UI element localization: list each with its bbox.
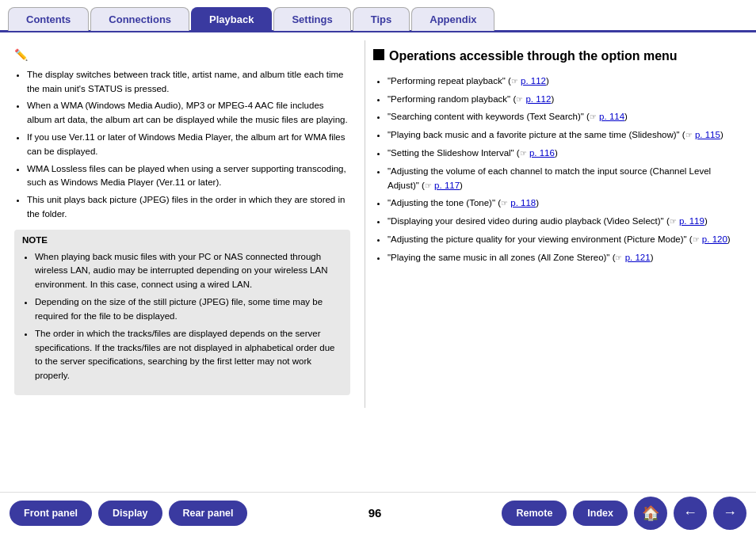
remote-button[interactable]: Remote — [502, 501, 567, 526]
ref-link[interactable]: p. 119 — [679, 216, 704, 226]
back-icon: ← — [683, 504, 697, 521]
list-item: When a WMA (Windows Media Audio), MP3 or… — [27, 99, 350, 128]
ref-icon: ☞ — [511, 77, 518, 86]
ref-icon: ☞ — [615, 253, 622, 262]
main-bullet-list: The display switches between track title… — [14, 68, 350, 222]
display-button[interactable]: Display — [98, 501, 162, 526]
left-column: ✏️ The display switches between track ti… — [0, 40, 365, 408]
forward-icon: → — [723, 504, 737, 521]
list-item: The display switches between track title… — [27, 68, 350, 97]
item-text: "Adjusting the tone (Tone)" — [388, 198, 495, 207]
list-item: "Performing random playback" (☞ p. 112) — [388, 93, 742, 107]
ref-link[interactable]: p. 120 — [702, 234, 727, 244]
front-panel-button[interactable]: Front panel — [10, 501, 92, 526]
list-item: This unit plays back picture (JPEG) file… — [27, 193, 350, 222]
ref-link[interactable]: p. 115 — [695, 130, 720, 139]
item-text: "Playing the same music in all zones (Al… — [388, 253, 609, 262]
tab-settings[interactable]: Settings — [273, 7, 350, 31]
note-title: NOTE — [22, 234, 342, 248]
ref-icon: ☞ — [516, 95, 523, 104]
list-item: "Playing the same music in all zones (Al… — [388, 251, 742, 265]
list-item: "Adjusting the volume of each channel to… — [388, 165, 742, 193]
note-box: NOTE When playing back music files with … — [14, 230, 350, 395]
ref-link[interactable]: p. 116 — [529, 148, 555, 158]
ref-link[interactable]: p. 112 — [521, 76, 546, 86]
home-icon: 🏠 — [642, 504, 659, 522]
page-number: 96 — [368, 506, 382, 520]
list-item: The order in which the tracks/files are … — [35, 327, 342, 383]
ref-icon: ☞ — [425, 181, 432, 190]
main-content: ✏️ The display switches between track ti… — [0, 32, 756, 408]
section-title-text: Operations accessible through the option… — [389, 47, 678, 67]
list-item: WMA Lossless files can be played when us… — [27, 162, 350, 191]
bottom-nav: Front panel Display Rear panel 96 Remote… — [0, 492, 756, 533]
list-item: "Setting the Slideshow Interval" (☞ p. 1… — [388, 147, 742, 161]
item-text: "Performing random playback" — [388, 94, 510, 104]
right-column: Operations accessible through the option… — [365, 40, 756, 408]
tab-contents[interactable]: Contents — [8, 7, 89, 31]
list-item: When playing back music files with your … — [35, 250, 342, 292]
options-list: "Performing repeat playback" (☞ p. 112) … — [373, 74, 742, 265]
tab-appendix[interactable]: Appendix — [411, 7, 494, 31]
item-text: "Searching content with keywords (Text S… — [388, 112, 584, 121]
list-item: "Displaying your desired video during au… — [388, 215, 742, 229]
rear-panel-button[interactable]: Rear panel — [169, 501, 248, 526]
list-item: If you use Ver.11 or later of Windows Me… — [27, 131, 350, 159]
forward-button[interactable]: → — [713, 497, 746, 530]
ref-icon: ☞ — [501, 199, 508, 207]
back-button[interactable]: ← — [674, 497, 707, 530]
item-text: "Adjusting the picture quality for your … — [388, 234, 687, 244]
tab-tips[interactable]: Tips — [353, 7, 410, 31]
ref-icon: ☞ — [670, 217, 677, 226]
tab-playback[interactable]: Playback — [191, 7, 272, 31]
ref-icon: ☞ — [693, 235, 700, 244]
item-text: "Performing repeat playback" — [388, 76, 506, 86]
bottom-left-buttons: Front panel Display Rear panel — [10, 501, 247, 526]
list-item: "Adjusting the picture quality for your … — [388, 233, 742, 247]
section-title: Operations accessible through the option… — [373, 47, 742, 67]
pencil-icon: ✏️ — [14, 47, 28, 64]
list-item: "Playing back music and a favorite pictu… — [388, 128, 742, 143]
list-item: "Adjusting the tone (Tone)" (☞ p. 118) — [388, 196, 742, 211]
index-button[interactable]: Index — [573, 501, 628, 526]
ref-link[interactable]: p. 118 — [510, 198, 536, 207]
ref-link[interactable]: p. 117 — [434, 181, 460, 190]
note-bullet-list: When playing back music files with your … — [22, 250, 342, 383]
ref-icon: ☞ — [520, 149, 527, 158]
ref-icon: ☞ — [590, 112, 597, 121]
item-text: "Displaying your desired video during au… — [388, 216, 664, 226]
tab-connections[interactable]: Connections — [90, 7, 189, 31]
list-item: "Performing repeat playback" (☞ p. 112) — [388, 74, 742, 89]
bottom-right-buttons: Remote Index 🏠 ← → — [502, 497, 746, 530]
top-nav: Contents Connections Playback Settings T… — [0, 0, 756, 32]
section-title-square — [373, 49, 384, 60]
item-text: "Setting the Slideshow Interval" — [388, 148, 514, 158]
bottom-center: 96 — [368, 506, 382, 520]
list-item: Depending on the size of the still pictu… — [35, 295, 342, 324]
ref-icon: ☞ — [685, 131, 693, 139]
home-button[interactable]: 🏠 — [634, 497, 667, 530]
ref-link[interactable]: p. 112 — [525, 94, 551, 104]
ref-link[interactable]: p. 114 — [599, 112, 624, 121]
ref-link[interactable]: p. 121 — [625, 253, 651, 262]
item-text: "Playing back music and a favorite pictu… — [388, 130, 680, 139]
list-item: "Searching content with keywords (Text S… — [388, 110, 742, 124]
